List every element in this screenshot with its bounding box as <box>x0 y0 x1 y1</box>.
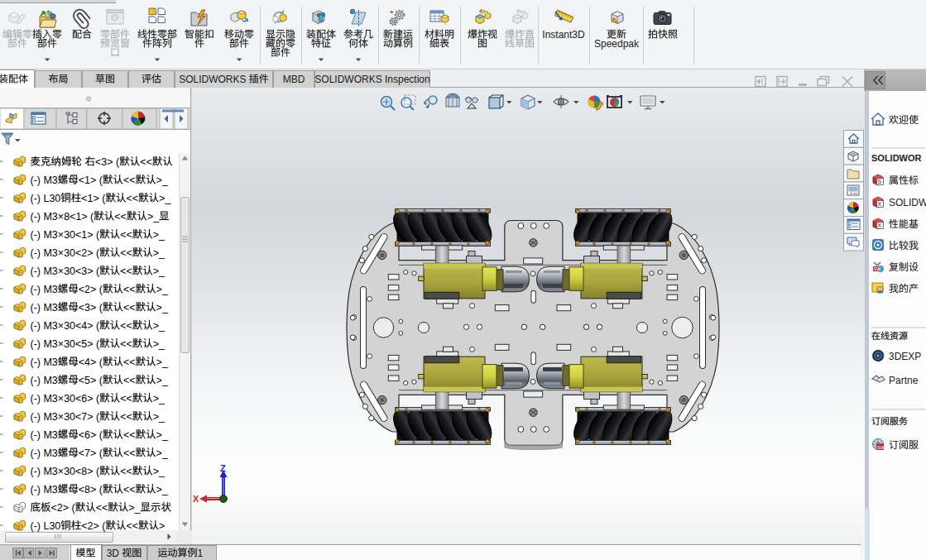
svg-text:1: 1 <box>198 548 204 559</box>
svg-text:>_: >_ <box>156 429 169 441</box>
svg-text:<4> (: <4> ( <box>79 357 103 368</box>
svg-text:(-) M3×8<1> (: (-) M3×8<1> ( <box>31 211 95 223</box>
svg-text:SOLIDW: SOLIDW <box>889 197 926 208</box>
svg-text:(-) L30: (-) L30 <box>31 193 61 204</box>
svg-text:<<: << <box>120 393 132 404</box>
svg-text:<<: << <box>123 175 136 186</box>
svg-text:<<: << <box>123 375 136 386</box>
svg-text:<<: << <box>123 357 136 368</box>
svg-text:(-) M3×30<7> (: (-) M3×30<7> ( <box>31 411 101 423</box>
svg-text:<<: << <box>127 193 139 204</box>
svg-text:(-) M3: (-) M3 <box>31 484 58 495</box>
svg-text:<<: << <box>123 429 136 441</box>
svg-text:(-) M3: (-) M3 <box>31 175 58 186</box>
svg-text:(-) M3×30<3> (: (-) M3×30<3> ( <box>31 266 101 277</box>
svg-text:<3> (: <3> ( <box>79 302 103 314</box>
svg-text:(-) M3: (-) M3 <box>31 429 58 441</box>
svg-text:<<: << <box>96 502 108 514</box>
svg-text:>_: >_ <box>153 338 166 350</box>
svg-text:(-) M3×30<6> (: (-) M3×30<6> ( <box>31 393 101 404</box>
svg-text:>_: >_ <box>156 375 169 386</box>
svg-text:>_: >_ <box>156 284 169 295</box>
svg-text:<8> (: <8> ( <box>79 484 103 495</box>
svg-text:(-) L30: (-) L30 <box>31 520 61 532</box>
svg-text:>_: >_ <box>159 193 171 204</box>
svg-text:(-) M3: (-) M3 <box>31 448 58 459</box>
svg-text:(-) M3: (-) M3 <box>31 375 58 386</box>
svg-text:>_: >_ <box>156 357 169 368</box>
svg-text:(-) M3×30<5> (: (-) M3×30<5> ( <box>31 338 101 350</box>
svg-text:Speedpak: Speedpak <box>594 38 640 50</box>
svg-text:<<: << <box>123 284 136 295</box>
svg-text:>_: >_ <box>128 502 141 514</box>
svg-text:<2> (: <2> ( <box>79 284 103 295</box>
svg-text:>_: >_ <box>153 393 166 404</box>
svg-text:<1> (: <1> ( <box>79 175 103 186</box>
svg-text:<5> (: <5> ( <box>79 375 103 386</box>
svg-text:(-) M3×30<4> (: (-) M3×30<4> ( <box>31 320 101 332</box>
svg-text:>_: >_ <box>153 266 166 277</box>
svg-text:>_: >_ <box>153 320 166 332</box>
svg-text:>: > <box>159 520 165 532</box>
svg-text:<<: << <box>127 520 139 532</box>
svg-text:>_: >_ <box>153 229 166 241</box>
svg-text:<2> (: <2> ( <box>81 520 106 532</box>
svg-text:SOLIDWORKS: SOLIDWORKS <box>179 74 246 85</box>
svg-text:<3> (: <3> ( <box>95 156 120 168</box>
svg-text:SW: SW <box>877 445 885 450</box>
svg-text:(-) M3×30<2> (: (-) M3×30<2> ( <box>31 247 101 259</box>
svg-text:(-) M3×30<8> (: (-) M3×30<8> ( <box>31 466 101 477</box>
svg-text:(-) M3: (-) M3 <box>31 357 58 368</box>
svg-text:<2> (: <2> ( <box>51 502 76 514</box>
svg-text:X: X <box>878 201 882 207</box>
svg-text:<<: << <box>120 411 132 423</box>
svg-text:<<: << <box>120 229 132 241</box>
svg-text:<1> (: <1> ( <box>81 193 106 204</box>
svg-text:<<: << <box>120 466 132 477</box>
svg-text:Z: Z <box>220 463 226 473</box>
svg-text:SOLIDWOR: SOLIDWOR <box>871 153 922 163</box>
svg-text:>_: >_ <box>153 247 166 259</box>
svg-text:SOLIDWORKS Inspection: SOLIDWORKS Inspection <box>314 74 429 85</box>
svg-text:MBD: MBD <box>283 74 305 85</box>
svg-text:<<: << <box>123 302 136 314</box>
svg-text:<<: << <box>114 211 127 223</box>
svg-text:(-) M3: (-) M3 <box>31 284 58 295</box>
svg-text:X: X <box>193 494 199 504</box>
svg-text:<<: << <box>120 338 132 350</box>
svg-text:<7> (: <7> ( <box>79 448 103 459</box>
svg-text:<<: << <box>120 320 132 332</box>
svg-text:3DEXP: 3DEXP <box>889 351 921 362</box>
svg-text:>_: >_ <box>153 411 166 423</box>
svg-text:<<: << <box>123 448 136 459</box>
svg-text:<<: << <box>120 247 132 259</box>
svg-text:<<: << <box>120 266 132 277</box>
svg-text:3D: 3D <box>107 548 120 559</box>
svg-text:SW: SW <box>874 266 882 271</box>
svg-text:Instant3D: Instant3D <box>542 29 585 41</box>
svg-text:X: X <box>878 223 882 228</box>
svg-text:(-) M3×30<1> (: (-) M3×30<1> ( <box>31 229 101 241</box>
svg-text:(-) M3: (-) M3 <box>31 302 58 314</box>
svg-text:S: S <box>878 179 882 184</box>
svg-text:<<: << <box>123 484 136 495</box>
svg-text:<<: << <box>140 156 152 168</box>
svg-text:>_: >_ <box>147 211 160 223</box>
svg-text:<6> (: <6> ( <box>79 429 103 441</box>
svg-text:>_: >_ <box>156 175 169 186</box>
svg-text:Partne: Partne <box>889 375 919 386</box>
svg-text:>_: >_ <box>156 484 169 495</box>
svg-text:>_: >_ <box>153 466 166 477</box>
svg-text:>_: >_ <box>156 302 169 314</box>
svg-text:>_: >_ <box>156 448 169 459</box>
